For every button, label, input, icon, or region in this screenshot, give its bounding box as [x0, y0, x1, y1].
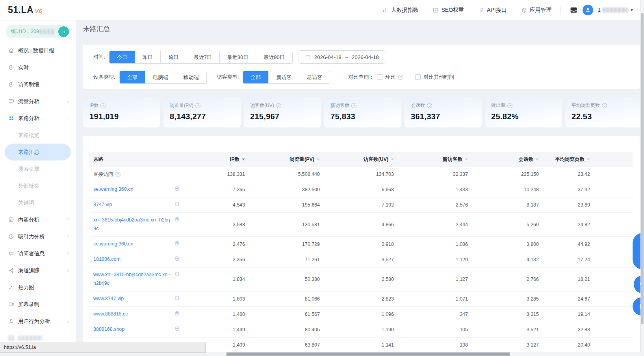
- filter-panel: 时间: 今日昨日前日最近7日最近30日最近90日 2026-04-18 ~ 20…: [83, 45, 640, 89]
- copy-icon[interactable]: [174, 241, 180, 246]
- app-manage-icon: [521, 7, 527, 13]
- sidebar-item-访问者信息[interactable]: 访问者信息: [0, 245, 76, 262]
- referrer-link[interactable]: 8888168.shop: [93, 325, 172, 334]
- cell-uv: 3,527: [320, 257, 394, 262]
- sidebar-collapse-button[interactable]: [58, 26, 69, 37]
- horizontal-scrollbar-thumb[interactable]: [226, 352, 510, 356]
- referrer-link[interactable]: www.888818.cc: [93, 310, 172, 319]
- sort-header-访客数(UV)[interactable]: 访客数(UV): [364, 156, 394, 163]
- device-option-全部[interactable]: 全部: [120, 71, 145, 83]
- copy-icon[interactable]: [174, 201, 180, 207]
- time-option-最近7日[interactable]: 最近7日: [186, 51, 219, 63]
- sort-header-新访客数[interactable]: 新访客数: [443, 156, 468, 163]
- help-icon[interactable]: ?: [507, 103, 512, 108]
- avatar[interactable]: [583, 5, 593, 15]
- help-icon[interactable]: ?: [195, 103, 200, 108]
- copy-icon[interactable]: [174, 326, 180, 331]
- sort-header-会话数[interactable]: 会话数: [519, 156, 539, 163]
- sidebar-subitem-外部链接[interactable]: 外部链接: [0, 177, 76, 194]
- header-nav-大数据指数[interactable]: 大数据指数: [382, 7, 418, 14]
- status-url-tooltip: https://v6.51.la: [0, 342, 206, 353]
- sidebar-subitem-关键词[interactable]: 关键词: [0, 194, 76, 211]
- stat-card-label: 浏览量(PV)?: [170, 102, 234, 109]
- cell-ip: 4,543: [186, 202, 245, 208]
- copy-icon[interactable]: [174, 311, 180, 316]
- copy-icon[interactable]: [174, 186, 180, 191]
- help-icon[interactable]: ?: [276, 103, 281, 108]
- help-icon[interactable]: ?: [100, 103, 106, 108]
- checkbox-环比[interactable]: [377, 74, 382, 80]
- time-option-最近30日[interactable]: 最近30日: [219, 51, 256, 63]
- table-row: se.warning.360.cn7,365382,5006,9681,4331…: [89, 182, 633, 197]
- username-prefix: 1: [598, 7, 601, 13]
- vertical-scrollbar-thumb[interactable]: [641, 13, 644, 324]
- cell-ip: 2,356: [186, 257, 245, 262]
- sort-header-平均浏览页数[interactable]: 平均浏览页数: [555, 156, 590, 163]
- copy-icon[interactable]: [174, 217, 180, 222]
- sidebar-item-内容分析[interactable]: 内容分析: [0, 211, 76, 228]
- chevron-right-icon: [66, 99, 70, 103]
- sidebar-item-热力图[interactable]: 热力图: [0, 279, 76, 296]
- help-icon[interactable]: ?: [115, 172, 121, 177]
- header-nav-SEO权重[interactable]: SEO权重: [432, 7, 464, 14]
- referrer-link[interactable]: xn--3815-bbj4cdb2aa3mc.xn--h2brj9c: [93, 216, 172, 233]
- sort-header-IP数[interactable]: IP数: [230, 156, 245, 163]
- time-filter-label: 时间:: [93, 53, 105, 61]
- referrer-link[interactable]: www.xn--3815-bbj4cdb2aa3mc.xn--h2brj9c: [93, 271, 172, 288]
- header-nav-API接口[interactable]: API接口: [478, 7, 507, 14]
- visitor-option-老访客[interactable]: 老访客: [299, 71, 330, 83]
- sidebar-item-吸引力分析[interactable]: 吸引力分析: [0, 228, 76, 245]
- sidebar-subitem-搜索引擎[interactable]: 搜索引擎: [0, 160, 76, 177]
- help-icon[interactable]: ?: [427, 103, 432, 108]
- sidebar-subitem-来路概览[interactable]: 来路概览: [0, 127, 76, 144]
- copy-icon[interactable]: [174, 271, 180, 277]
- device-option-电脑端[interactable]: 电脑端: [145, 71, 176, 83]
- device-option-移动端[interactable]: 移动端: [176, 71, 206, 83]
- sidebar-item-label: 访问明细: [18, 81, 39, 88]
- sidebar-item-流量分析[interactable]: 流量分析: [0, 93, 76, 110]
- copy-icon[interactable]: [174, 256, 180, 261]
- inbox-icon[interactable]: [570, 6, 578, 14]
- help-icon[interactable]: ?: [398, 75, 403, 80]
- brand-logo[interactable]: 51.LA V6: [8, 5, 43, 15]
- help-icon[interactable]: ?: [351, 103, 356, 108]
- traffic-icon: [8, 98, 14, 104]
- visitor-option-新访客[interactable]: 新访客: [268, 71, 299, 83]
- referrer-link[interactable]: 8747.vip: [93, 201, 172, 209]
- checkbox-对比其他时间[interactable]: [415, 74, 421, 80]
- stat-id-masked: [40, 29, 54, 34]
- header-nav-应用管理[interactable]: 应用管理: [521, 7, 552, 14]
- sidebar-item-概况 | 数据日报[interactable]: 概况 | 数据日报: [0, 42, 76, 59]
- date-separator: ~: [345, 54, 348, 60]
- visitor-filter-label: 访客类型:: [217, 74, 239, 81]
- sidebar-item-label: 实时: [18, 64, 29, 71]
- copy-icon[interactable]: [174, 295, 180, 301]
- referrer-link[interactable]: 181886.com: [93, 255, 172, 264]
- time-option-最近90日[interactable]: 最近90日: [256, 51, 292, 63]
- content-icon: [8, 217, 14, 223]
- referrer-link[interactable]: se.warning.360.cn: [93, 185, 172, 194]
- time-option-前日[interactable]: 前日: [160, 51, 186, 63]
- username-masked: [603, 7, 628, 13]
- sidebar-item-实时[interactable]: 实时: [0, 59, 76, 76]
- header-nav-label: 大数据指数: [391, 7, 418, 14]
- sidebar-item-渠道追踪[interactable]: 渠道追踪: [0, 262, 76, 279]
- visitor-option-全部[interactable]: 全部: [243, 71, 268, 83]
- time-option-昨日[interactable]: 昨日: [135, 51, 160, 63]
- stat-label-text: 平均浏览页数: [572, 102, 600, 109]
- date-range-picker[interactable]: 2026-04-18 ~ 2026-04-18: [299, 50, 385, 64]
- sidebar-item-屏幕录制[interactable]: 屏幕录制: [0, 296, 76, 313]
- sidebar-item-来路分析[interactable]: 来路分析: [0, 110, 76, 127]
- sidebar-subitem-来路汇总[interactable]: 来路汇总: [5, 144, 71, 160]
- cell-nv: 1,433: [394, 187, 468, 192]
- help-icon[interactable]: ?: [602, 103, 607, 108]
- referrer-link[interactable]: www.8747.vip: [93, 295, 172, 303]
- sort-header-浏览量(PV)[interactable]: 浏览量(PV): [290, 156, 320, 163]
- time-option-今日[interactable]: 今日: [109, 51, 135, 63]
- table-header: 来路IP数浏览量(PV)访客数(UV)新访客数会话数平均浏览页数: [89, 152, 633, 167]
- sidebar-item-用户行为分析[interactable]: 用户行为分析: [0, 313, 76, 330]
- referrer-link[interactable]: ce.warning.360.cn: [93, 240, 172, 249]
- cell-uv: 1,141: [320, 342, 394, 348]
- account-menu[interactable]: 1 ▼: [598, 7, 634, 13]
- sidebar-item-访问明细[interactable]: 访问明细: [0, 76, 76, 93]
